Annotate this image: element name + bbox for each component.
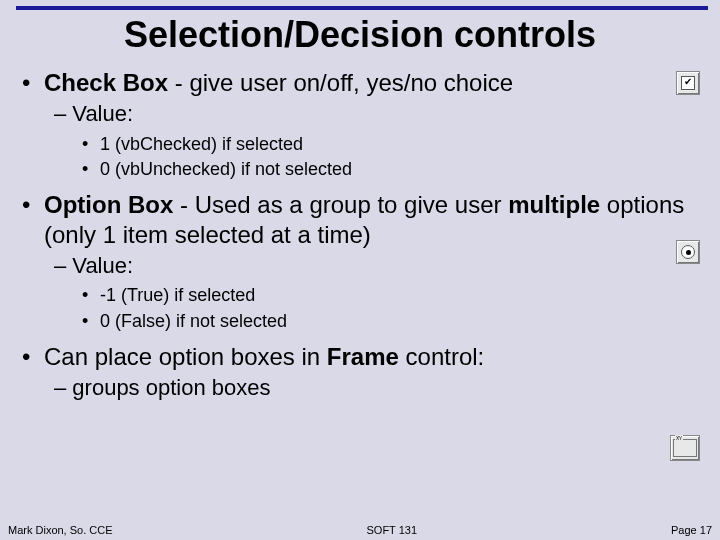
frame-text-a: Can place option boxes in: [44, 343, 327, 370]
bullet-frame: • Can place option boxes in Frame contro…: [22, 342, 708, 402]
bullet-checkbox: • Check Box - give user on/off, yes/no c…: [22, 68, 708, 182]
frame-sub: – groups option boxes: [54, 374, 708, 402]
optionbox-desc-a: - Used as a group to give user: [173, 191, 508, 218]
footer-author: Mark Dixon, So. CCE: [8, 524, 113, 536]
frame-icon: XY: [670, 435, 700, 461]
radio-icon: [676, 240, 700, 264]
optionbox-value-true: •-1 (True) if selected: [82, 283, 708, 308]
footer-page: Page 17: [671, 524, 712, 536]
slide-footer: Mark Dixon, So. CCE SOFT 131 Page 17: [8, 524, 712, 536]
bullet-marker: •: [22, 68, 44, 98]
optionbox-value-label: – Value:: [54, 252, 708, 280]
slide-title: Selection/Decision controls: [0, 14, 720, 56]
checkbox-value-0: •0 (vbUnchecked) if not selected: [82, 157, 708, 182]
optionbox-value-false: •0 (False) if not selected: [82, 309, 708, 334]
title-rule: [16, 6, 708, 10]
checkbox-desc: - give user on/off, yes/no choice: [168, 69, 513, 96]
frame-text-b: control:: [399, 343, 484, 370]
bullet-marker: •: [22, 342, 44, 372]
checkbox-value-1: •1 (vbChecked) if selected: [82, 132, 708, 157]
bullet-marker: •: [22, 190, 44, 220]
footer-course: SOFT 131: [113, 524, 671, 536]
slide-body: • Check Box - give user on/off, yes/no c…: [22, 68, 708, 405]
checkbox-value-label: – Value:: [54, 100, 708, 128]
checkbox-icon: ✔: [676, 71, 700, 95]
checkbox-term: Check Box: [44, 69, 168, 96]
optionbox-multiple: multiple: [508, 191, 600, 218]
bullet-optionbox: • Option Box - Used as a group to give u…: [22, 190, 708, 334]
frame-term: Frame: [327, 343, 399, 370]
optionbox-term: Option Box: [44, 191, 173, 218]
